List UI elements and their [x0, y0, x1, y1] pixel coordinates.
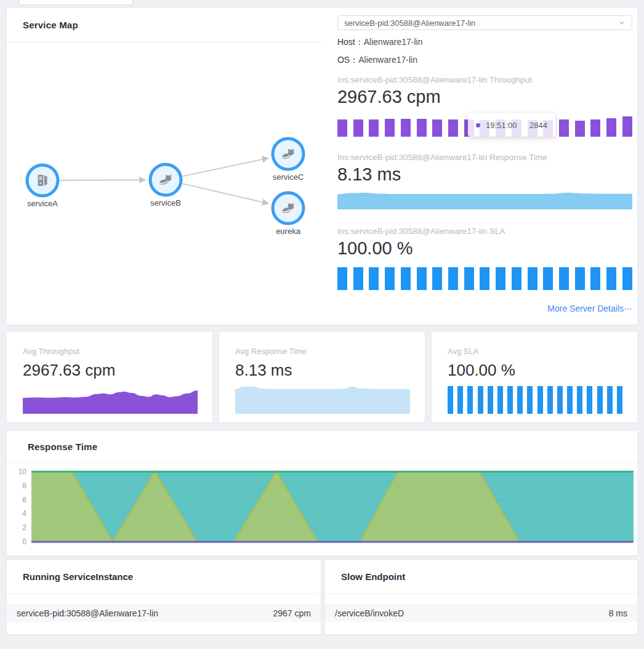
chart-bar	[527, 386, 533, 414]
y-axis-tick-label: 6	[22, 496, 26, 504]
chart-bar	[480, 267, 489, 290]
chart-bar	[575, 121, 585, 137]
endpoint-latency: 8 ms	[609, 608, 627, 618]
chart-bar	[353, 119, 363, 137]
topology-node-eureka[interactable]: eureka	[273, 193, 304, 236]
chart-bar	[577, 386, 582, 414]
response-time-panel: Response Time 0246810	[6, 430, 638, 556]
y-axis-tick-label: 8	[22, 482, 26, 490]
response-time-label: Ins:serviceB-pid:30588@Alienware17-lin R…	[337, 153, 632, 162]
chart-bar	[597, 386, 603, 414]
chart-bar	[517, 386, 523, 414]
topology-node-serviceA[interactable]: serviceA	[27, 165, 58, 208]
chart-bar	[617, 386, 622, 414]
chart-bar	[448, 386, 453, 414]
chart-bar	[606, 267, 616, 290]
response-time-value: 8.13 ms	[337, 164, 632, 185]
service-topology-graph[interactable]: serviceAserviceBserviceCeureka	[7, 42, 324, 324]
slow-endpoint-header: Slow Endpoint	[325, 560, 637, 594]
server-detail-section: serviceB-pid:30588@Alienware17-lin Host：…	[325, 8, 637, 324]
os-row: OS：Alienware17-lin	[337, 55, 632, 66]
throughput-bar-chart[interactable]: 19:51:00 2844	[337, 115, 632, 137]
sla-bar-chart[interactable]	[337, 267, 632, 290]
host-value: Alienware17-lin	[364, 37, 423, 47]
y-axis-tick-label: 4	[22, 509, 26, 518]
avg-sla-bar-chart[interactable]	[448, 386, 622, 414]
chart-bar	[448, 267, 458, 290]
chart-bar	[467, 386, 473, 414]
chart-bar	[369, 119, 379, 137]
topology-edge	[60, 180, 145, 180]
chart-bar	[606, 118, 616, 137]
avg-response-time-area-chart[interactable]	[235, 383, 410, 414]
chart-bar	[567, 386, 573, 414]
summary-cards-row: Avg Throughput 2967.63 cpm Avg Response …	[6, 331, 638, 423]
endpoint-name: /serviceB/invokeD	[335, 608, 404, 618]
chart-bar	[385, 119, 395, 137]
avg-throughput-area-chart[interactable]	[23, 383, 198, 414]
topology-node-label: eureka	[276, 227, 301, 236]
slow-endpoint-title: Slow Endpoint	[341, 571, 405, 582]
running-instance-header: Running ServiceInstance	[7, 560, 321, 594]
time-range-input-partial[interactable]	[18, 0, 133, 5]
chevron-down-icon	[618, 19, 626, 26]
bottom-lists-row: Running ServiceInstance serviceB-pid:305…	[6, 559, 638, 635]
topology-node-serviceC[interactable]: serviceC	[273, 139, 304, 182]
chart-bar	[488, 386, 493, 414]
chart-bar	[607, 386, 613, 414]
chart-bar	[432, 267, 442, 290]
topology-node-serviceB[interactable]: serviceB	[150, 164, 181, 208]
instance-selector[interactable]: serviceB-pid:30588@Alienware17-lin	[337, 15, 632, 30]
running-instance-title: Running ServiceInstance	[23, 571, 133, 582]
chart-bar	[559, 119, 569, 137]
avg-throughput-label: Avg Throughput	[23, 347, 198, 356]
chart-bar	[457, 386, 463, 414]
instance-throughput: 2967 cpm	[273, 608, 311, 618]
chart-bar	[448, 119, 458, 137]
chart-bar	[557, 386, 563, 414]
chart-bar	[507, 386, 513, 414]
avg-response-time-card: Avg Response Time 8.13 ms	[219, 331, 425, 423]
chart-bar	[528, 267, 537, 290]
topology-node-label: serviceB	[150, 198, 181, 208]
instance-name: serviceB-pid:30588@Alienware17-lin	[17, 608, 158, 618]
slow-endpoint-panel: Slow Endpoint /serviceB/invokeD 8 ms	[324, 559, 638, 635]
server-icon	[38, 175, 47, 186]
response-time-panel-title: Response Time	[28, 441, 97, 452]
chart-bar	[496, 267, 505, 290]
chart-bar	[385, 267, 395, 290]
chart-bar	[587, 386, 592, 414]
avg-response-time-value: 8.13 ms	[235, 361, 410, 380]
service-map-title: Service Map	[23, 20, 78, 30]
topology-node-label: serviceC	[273, 172, 304, 182]
more-server-details-link[interactable]: More Server Details⋯	[547, 304, 632, 313]
endpoint-list-item: /serviceB/invokeD 8 ms	[325, 604, 637, 622]
avg-throughput-value: 2967.63 cpm	[23, 361, 198, 380]
response-time-panel-header: Response Time	[7, 431, 637, 463]
service-map-section: Service Map serviceAserviceBserviceCeure…	[7, 8, 325, 324]
topology-edge	[182, 183, 268, 203]
chart-bar	[622, 267, 632, 290]
avg-sla-label: Avg SLA	[448, 347, 622, 356]
chart-bar	[478, 386, 483, 414]
chart-bar	[353, 267, 363, 290]
response-time-trend-chart[interactable]: 0246810	[7, 467, 637, 554]
throughput-label: Ins:serviceB-pid:30588@Alienware17-lin T…	[337, 75, 632, 84]
sla-label: Ins:serviceB-pid:30588@Alienware17-lin S…	[337, 227, 632, 236]
chart-bar	[547, 386, 553, 414]
instance-selector-value: serviceB-pid:30588@Alienware17-lin	[344, 18, 475, 28]
avg-response-time-label: Avg Response Time	[235, 347, 410, 356]
chart-bar	[369, 267, 379, 290]
chart-bar	[464, 267, 474, 290]
topology-edge	[182, 158, 267, 176]
avg-sla-card: Avg SLA 100.00 %	[431, 331, 638, 423]
response-time-area-chart[interactable]	[337, 191, 632, 209]
chart-bar	[401, 119, 411, 137]
instance-list-item: serviceB-pid:30588@Alienware17-lin 2967 …	[7, 604, 321, 622]
host-label: Host：	[337, 37, 364, 47]
chart-tooltip: 19:51:00 2844	[468, 113, 555, 137]
tooltip-series-dot	[476, 123, 480, 127]
apm-dashboard: Service Map serviceAserviceBserviceCeure…	[0, 0, 644, 649]
chart-bar	[417, 119, 427, 137]
chart-bar	[497, 386, 503, 414]
